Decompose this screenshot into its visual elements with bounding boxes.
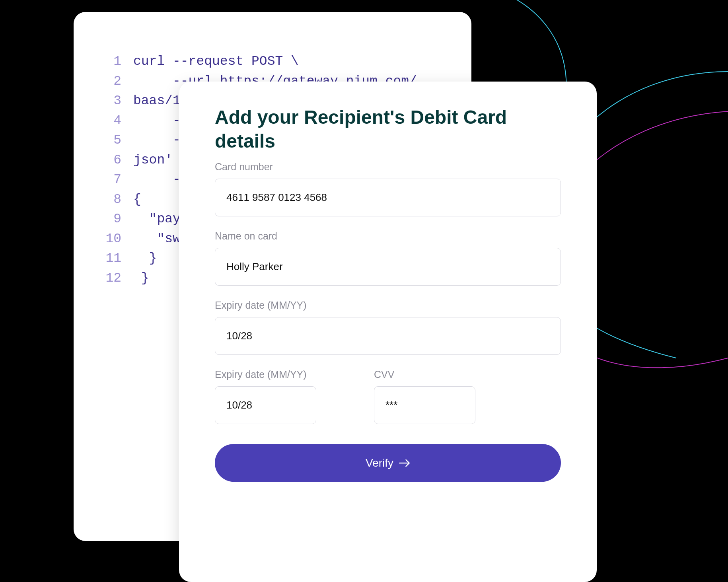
- card-number-input[interactable]: [215, 179, 561, 216]
- expiry-date-input[interactable]: [215, 317, 561, 355]
- expiry-date-input-2[interactable]: [215, 386, 316, 424]
- cvv-input[interactable]: [374, 386, 475, 424]
- verify-button-label: Verify: [366, 457, 393, 469]
- expiry-date-label: Expiry date (MM/YY): [215, 300, 561, 311]
- debit-card-form-card: Add your Recipient's Debit Card details …: [179, 82, 597, 582]
- form-title: Add your Recipient's Debit Card details: [215, 105, 561, 153]
- card-number-label: Card number: [215, 161, 561, 173]
- expiry-date-label-2: Expiry date (MM/YY): [215, 369, 358, 380]
- cvv-label: CVV: [374, 369, 517, 380]
- name-on-card-label: Name on card: [215, 230, 561, 242]
- name-on-card-input[interactable]: [215, 248, 561, 286]
- verify-button[interactable]: Verify: [215, 444, 561, 482]
- arrow-right-icon: [399, 459, 410, 467]
